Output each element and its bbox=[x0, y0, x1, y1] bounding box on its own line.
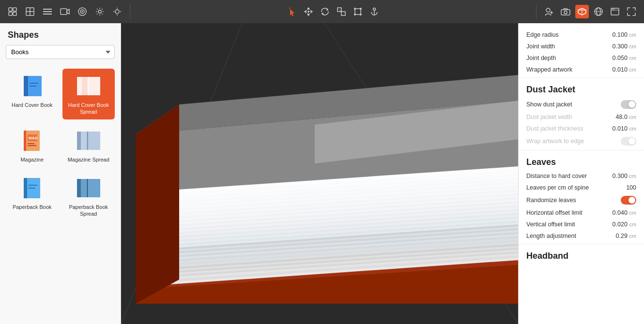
joint-depth-value: 0.050 cm bbox=[613, 55, 636, 61]
person-add-icon[interactable] bbox=[542, 5, 556, 18]
cube-icon[interactable] bbox=[575, 5, 589, 18]
book-3d-view bbox=[121, 23, 518, 324]
hard-cover-book-label: Hard Cover Book bbox=[12, 102, 52, 108]
divider-3 bbox=[519, 244, 644, 244]
category-select[interactable]: Books Magazines Boxes bbox=[6, 45, 115, 59]
dust-jacket-width-value: 48.0 cm bbox=[616, 114, 637, 120]
svg-point-24 bbox=[354, 8, 356, 10]
svg-point-30 bbox=[546, 8, 550, 12]
vertical-offset-row: Vertical offset limit 0.020 cm bbox=[519, 219, 644, 230]
length-adjustment-row: Length adjustment 0.29 cm bbox=[519, 230, 644, 242]
leaves-per-cm-row: Leaves per cm of spine 100 bbox=[519, 182, 644, 193]
svg-rect-56 bbox=[28, 145, 36, 146]
vertical-offset-label: Vertical offset limit bbox=[526, 221, 575, 228]
shapes-header: Shapes bbox=[0, 23, 121, 45]
viewport-canvas[interactable] bbox=[121, 23, 518, 324]
edge-radius-row: Edge radius 0.100 cm bbox=[519, 29, 644, 41]
menu-icon[interactable] bbox=[41, 5, 54, 18]
shapes-category-dropdown[interactable]: Books Magazines Boxes bbox=[6, 45, 115, 59]
sun-icon[interactable] bbox=[110, 5, 124, 18]
paperback-book-spread-icon bbox=[75, 175, 102, 202]
joint-width-value: 0.300 cm bbox=[613, 43, 636, 50]
main-toolbar bbox=[0, 0, 644, 23]
svg-rect-44 bbox=[24, 76, 29, 96]
shape-item-paperback-book[interactable]: Paperback Book bbox=[6, 171, 59, 221]
shape-item-hard-cover-book-spread[interactable]: Hard Cover Book Spread bbox=[62, 69, 115, 119]
distance-hard-cover-label: Distance to hard cover bbox=[526, 173, 587, 179]
scale-tool[interactable] bbox=[335, 5, 348, 18]
joint-width-row: Joint width 0.300 cm bbox=[519, 41, 644, 52]
edge-radius-label: Edge radius bbox=[526, 31, 559, 38]
fullscreen-icon[interactable] bbox=[625, 5, 638, 18]
svg-point-25 bbox=[360, 8, 362, 10]
cursor-tool[interactable] bbox=[285, 5, 299, 18]
show-dust-jacket-toggle[interactable] bbox=[621, 100, 636, 109]
shapes-grid: Hard Cover Book Hard Cover Book Spread bbox=[0, 65, 121, 225]
wrap-artwork-toggle[interactable] bbox=[621, 137, 636, 146]
headband-title: Headband bbox=[519, 246, 644, 264]
camera-icon[interactable] bbox=[559, 5, 572, 18]
svg-rect-67 bbox=[77, 179, 81, 197]
wrap-artwork-label: Wrap artwork to edge bbox=[526, 138, 584, 145]
svg-rect-50 bbox=[88, 77, 100, 95]
shape-item-hard-cover-book[interactable]: Hard Cover Book bbox=[6, 69, 59, 119]
svg-point-13 bbox=[82, 11, 83, 13]
shape-item-paperback-book-spread[interactable]: Paperback Book Spread bbox=[62, 171, 115, 221]
divider-2 bbox=[519, 150, 644, 150]
svg-point-42 bbox=[612, 9, 613, 10]
svg-rect-3 bbox=[13, 12, 16, 15]
horizontal-offset-label: Horizontal offset limit bbox=[526, 209, 583, 216]
dust-jacket-title: Dust Jacket bbox=[519, 80, 644, 98]
svg-marker-127 bbox=[136, 104, 179, 304]
joint-depth-row: Joint depth 0.050 cm bbox=[519, 52, 644, 64]
randomize-leaves-label: Randomize leaves bbox=[526, 197, 576, 204]
magazine-spread-icon bbox=[75, 127, 102, 154]
svg-rect-62 bbox=[24, 178, 28, 198]
randomize-leaves-row: Randomize leaves bbox=[519, 193, 644, 207]
properties-panel: Edge radius 0.100 cm Joint width 0.300 c… bbox=[518, 23, 644, 324]
length-adjustment-label: Length adjustment bbox=[526, 233, 576, 239]
svg-rect-55 bbox=[28, 143, 34, 144]
svg-rect-65 bbox=[29, 188, 35, 189]
leaves-per-cm-label: Leaves per cm of spine bbox=[526, 184, 589, 191]
move-tool[interactable] bbox=[302, 5, 315, 18]
svg-rect-47 bbox=[30, 86, 36, 87]
dust-jacket-thickness-row: Dust jacket thickness 0.010 cm bbox=[519, 123, 644, 134]
shape-item-magazine-spread[interactable]: Magazine Spread bbox=[62, 123, 115, 167]
length-adjustment-value: 0.29 cm bbox=[616, 233, 637, 239]
svg-point-26 bbox=[354, 14, 356, 15]
settings-icon[interactable] bbox=[93, 5, 107, 18]
paperback-book-label: Paperback Book bbox=[13, 204, 52, 210]
svg-point-15 bbox=[115, 10, 119, 14]
leaves-per-cm-value: 100 bbox=[626, 184, 636, 191]
anchor-tool[interactable] bbox=[368, 5, 381, 18]
dashboard-icon[interactable] bbox=[23, 5, 37, 18]
globe-icon[interactable] bbox=[592, 5, 605, 18]
hard-cover-book-spread-label: Hard Cover Book Spread bbox=[66, 102, 111, 116]
svg-rect-2 bbox=[9, 12, 12, 15]
toolbar-center-tools bbox=[136, 5, 530, 18]
svg-rect-64 bbox=[29, 185, 37, 186]
wrapped-artwork-label: Wrapped artwork bbox=[526, 66, 572, 73]
svg-point-27 bbox=[360, 14, 362, 15]
svg-rect-59 bbox=[77, 132, 81, 150]
window-icon[interactable] bbox=[608, 5, 622, 18]
edge-radius-value: 0.100 cm bbox=[613, 31, 636, 38]
transform-tool[interactable] bbox=[351, 5, 365, 18]
svg-point-28 bbox=[373, 8, 376, 11]
shape-item-magazine[interactable]: MAG Magazine bbox=[6, 123, 59, 167]
rotate-tool[interactable] bbox=[318, 5, 332, 18]
magazine-label: Magazine bbox=[20, 156, 44, 163]
svg-point-34 bbox=[564, 11, 567, 14]
randomize-leaves-toggle[interactable] bbox=[621, 196, 636, 205]
add-icon[interactable] bbox=[6, 5, 19, 18]
hard-cover-book-spread-icon bbox=[75, 73, 102, 100]
dust-jacket-thickness-label: Dust jacket thickness bbox=[526, 125, 583, 132]
joint-width-label: Joint width bbox=[526, 43, 555, 50]
svg-point-14 bbox=[98, 10, 101, 13]
svg-rect-46 bbox=[30, 83, 38, 84]
toolbar-divider-2 bbox=[536, 5, 537, 18]
target-icon[interactable] bbox=[76, 5, 89, 18]
video-icon[interactable] bbox=[58, 5, 72, 18]
show-dust-jacket-label: Show dust jacket bbox=[526, 101, 572, 108]
